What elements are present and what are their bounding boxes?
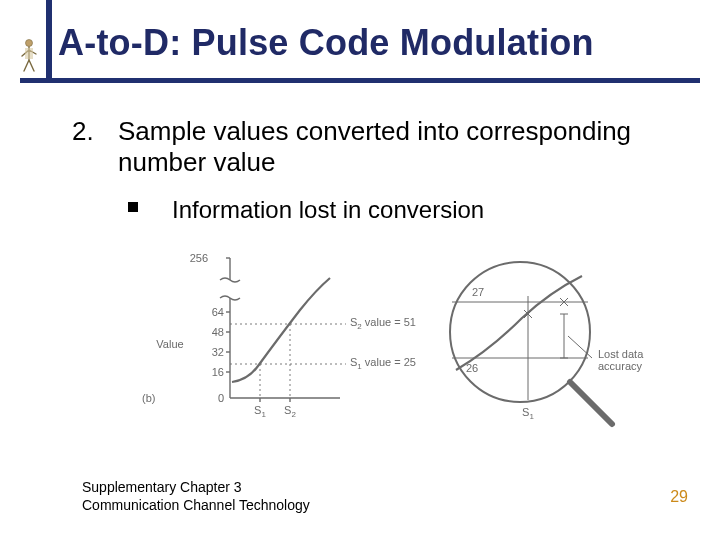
- ytick-16: 16: [212, 366, 224, 378]
- decor-figure-icon: [18, 38, 40, 74]
- sub-bullet-marker: [128, 202, 138, 212]
- horizontal-rule: [20, 78, 700, 83]
- footer-line-2: Communication Channel Technology: [82, 497, 310, 513]
- slide: A-to-D: Pulse Code Modulation 2. Sample …: [0, 0, 720, 540]
- svg-point-0: [26, 40, 33, 47]
- vertical-rule: [46, 0, 52, 78]
- pcm-figure: 256 64 48 32 16 0 Value (b) S1 S2 S2 val…: [130, 240, 650, 450]
- ytick-48: 48: [212, 326, 224, 338]
- list-text: Sample values converted into correspondi…: [118, 116, 658, 177]
- ytick-64: 64: [212, 306, 224, 318]
- y-axis-label: Value: [156, 338, 183, 350]
- svg-line-17: [570, 382, 612, 424]
- svg-rect-1: [25, 48, 33, 59]
- footer-line-1: Supplementary Chapter 3: [82, 479, 242, 495]
- footer-text: Supplementary Chapter 3 Communication Ch…: [82, 479, 310, 514]
- list-number: 2.: [72, 116, 94, 147]
- right-level-27: 27: [472, 286, 484, 298]
- ytick-256: 256: [190, 252, 208, 264]
- right-level-26: 26: [466, 362, 478, 374]
- xtick-s1: S1: [254, 404, 266, 419]
- right-xtick-s1: S1: [522, 406, 534, 421]
- s2-value-label: S2 value = 51: [350, 316, 416, 331]
- lost-data-label: Lost dataaccuracy: [598, 348, 644, 372]
- ytick-32: 32: [212, 346, 224, 358]
- page-number: 29: [670, 488, 688, 506]
- s1-value-label: S1 value = 25: [350, 356, 416, 371]
- slide-title: A-to-D: Pulse Code Modulation: [58, 22, 594, 64]
- ytick-0: 0: [218, 392, 224, 404]
- panel-b-label: (b): [142, 392, 155, 404]
- sub-bullet-text: Information lost in conversion: [172, 196, 484, 224]
- xtick-s2: S2: [284, 404, 296, 419]
